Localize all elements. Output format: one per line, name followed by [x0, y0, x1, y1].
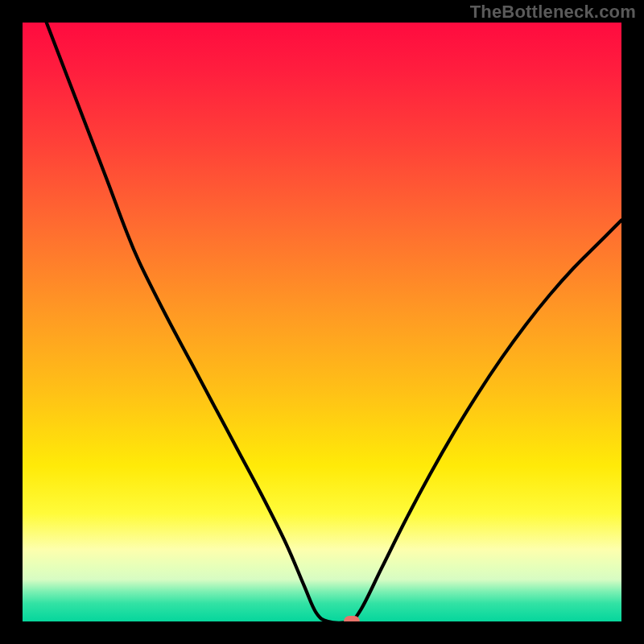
watermark-text: TheBottleneck.com — [470, 2, 636, 23]
optimal-marker — [344, 616, 360, 621]
curve-svg — [23, 23, 621, 621]
plot-area — [23, 23, 621, 621]
chart-frame: TheBottleneck.com — [0, 0, 644, 644]
bottleneck-curve — [47, 23, 621, 621]
